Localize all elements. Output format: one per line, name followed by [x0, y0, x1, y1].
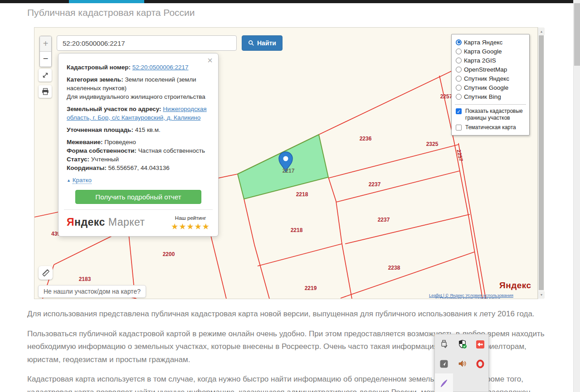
radio-icon[interactable] — [456, 39, 462, 45]
radio-icon[interactable] — [456, 76, 462, 82]
layer-option-label: Спутник Google — [464, 84, 508, 91]
layer-option-6[interactable]: Спутник Bing — [456, 92, 525, 101]
zoom-out-button[interactable]: − — [40, 52, 51, 67]
collapse-brief-link[interactable]: ▲ Кратко — [67, 176, 210, 185]
scroll-down-arrow[interactable]: ▼ — [538, 291, 545, 298]
checkbox-label: Тематическая карта — [465, 124, 516, 131]
layer-option-label: Карта Google — [464, 48, 502, 55]
survey-value: Проведено — [104, 139, 136, 145]
area-label: Уточненная площадь: — [67, 126, 133, 133]
page-scrollbar[interactable] — [573, 0, 580, 392]
red-app-icon[interactable] — [471, 334, 489, 354]
logo-ya: Я — [67, 216, 74, 228]
opera-icon[interactable] — [471, 354, 489, 373]
checkbox-icon[interactable] — [456, 125, 462, 131]
checkbox-label: Показать кадастровые границы участков — [465, 108, 525, 121]
pointer-app-icon[interactable] — [435, 354, 453, 373]
layer-option-label: Спутник Bing — [464, 93, 501, 100]
rating-block: Наш рейтинг ★★★★★ — [171, 214, 210, 231]
map-scrollbar[interactable]: ▲ ▼ — [538, 27, 544, 299]
page-title: Публичная кадастровая карта России — [27, 7, 195, 18]
area-value: 415 кв.м. — [135, 126, 161, 133]
address-label: Земельный участок по адресу: — [67, 106, 161, 112]
layer-checkbox-0[interactable]: ✓Показать кадастровые границы участков — [456, 108, 525, 121]
layer-option-4[interactable]: Спутник Яндекс — [456, 74, 525, 83]
tray-cell-empty-2 — [471, 373, 489, 392]
defender-shield-icon[interactable] — [453, 334, 471, 354]
radio-icon[interactable] — [456, 58, 462, 63]
system-tray-popup — [434, 334, 489, 392]
cadastral-number-label: Кадастровый номер: — [67, 64, 131, 71]
coords-label: Координаты: — [67, 165, 107, 171]
page-scrollbar-thumb[interactable] — [574, 3, 580, 66]
survey-label: Межевание: — [67, 139, 103, 145]
land-category-label: Категория земель: — [67, 76, 123, 83]
layers-divider — [455, 104, 526, 105]
fullscreen-icon — [41, 71, 49, 79]
layer-option-label: Карта 2GIS — [464, 57, 496, 64]
status-value: Учтенный — [91, 156, 119, 163]
ruler-icon — [41, 268, 50, 277]
fullscreen-button[interactable] — [39, 69, 52, 82]
map-hint-tooltip[interactable]: Не нашли участок/дом на карте? — [38, 285, 146, 298]
map-layers-panel: Карта ЯндексКарта GoogleКарта 2GISOpenSt… — [451, 34, 530, 136]
layer-option-label: Спутник Яндекс — [464, 75, 509, 82]
tray-cell-empty-1 — [453, 373, 471, 392]
map-scrollbar-thumb[interactable] — [539, 35, 544, 290]
close-icon[interactable]: × — [207, 56, 213, 65]
zoom-in-button[interactable]: + — [40, 36, 51, 52]
measure-ruler-button[interactable] — [39, 266, 53, 280]
yandex-market-logo[interactable]: Яндекс Маркет — [67, 218, 145, 227]
rating-stars: ★★★★★ — [171, 223, 210, 231]
browser-loading-bar — [0, 0, 580, 3]
get-report-button[interactable]: Получить подробный отчет — [75, 190, 201, 204]
printer-icon — [41, 87, 49, 96]
search-icon — [248, 40, 254, 46]
layer-option-0[interactable]: Карта Яндекс — [456, 38, 525, 47]
radio-icon[interactable] — [456, 48, 462, 54]
map-attribution-link-2[interactable]: © Публичная кадастровая карта — [435, 295, 500, 299]
layer-option-1[interactable]: Карта Google — [456, 47, 525, 56]
layer-option-5[interactable]: Спутник Google — [456, 83, 525, 92]
radio-icon[interactable] — [456, 85, 462, 91]
volume-icon[interactable] — [453, 354, 471, 373]
paragraph-1: Для использования представлена публичная… — [27, 308, 559, 321]
popup-divider — [64, 209, 213, 210]
logo-market: Маркет — [108, 216, 145, 228]
search-input[interactable] — [57, 35, 237, 51]
layer-option-label: OpenStreetMap — [464, 66, 507, 73]
logo-ndeks: ндекс — [74, 216, 105, 228]
layer-option-label: Карта Яндекс — [464, 39, 502, 46]
yandex-map-logo: Яндекс — [499, 281, 531, 290]
layer-checkbox-1[interactable]: Тематическая карта — [456, 124, 525, 131]
ownership-label: Форма собственности: — [67, 147, 136, 154]
coords-value: 56.556567, 44.043136 — [108, 165, 170, 171]
cadastral-number-link[interactable]: 52:20:0500006:2217 — [132, 64, 189, 71]
brief-link-label: Кратко — [73, 177, 92, 184]
zoom-control: + − — [39, 36, 52, 67]
usb-eject-icon[interactable] — [435, 334, 453, 354]
scroll-up-arrow[interactable]: ▲ — [538, 28, 545, 35]
parcel-info-popup: × Кадастровый номер: 52:20:0500006:2217 … — [58, 53, 219, 237]
loading-progress-segment — [69, 0, 144, 3]
status-label: Статус: — [67, 156, 89, 163]
feather-app-icon[interactable] — [435, 373, 453, 392]
radio-icon[interactable] — [456, 94, 462, 100]
triangle-up-icon: ▲ — [67, 178, 71, 183]
layer-option-3[interactable]: OpenStreetMap — [456, 65, 525, 74]
print-button[interactable] — [39, 85, 52, 98]
layer-option-2[interactable]: Карта 2GIS — [456, 56, 525, 65]
rating-label: Наш рейтинг — [171, 214, 210, 223]
find-button-label: Найти — [257, 39, 276, 47]
find-button[interactable]: Найти — [242, 35, 283, 51]
checkbox-icon[interactable]: ✓ — [456, 108, 462, 114]
radio-icon[interactable] — [456, 67, 462, 73]
land-category-note: Для индивидуального жилищного строительс… — [67, 93, 205, 100]
ownership-value: Частная собственность — [138, 147, 205, 154]
